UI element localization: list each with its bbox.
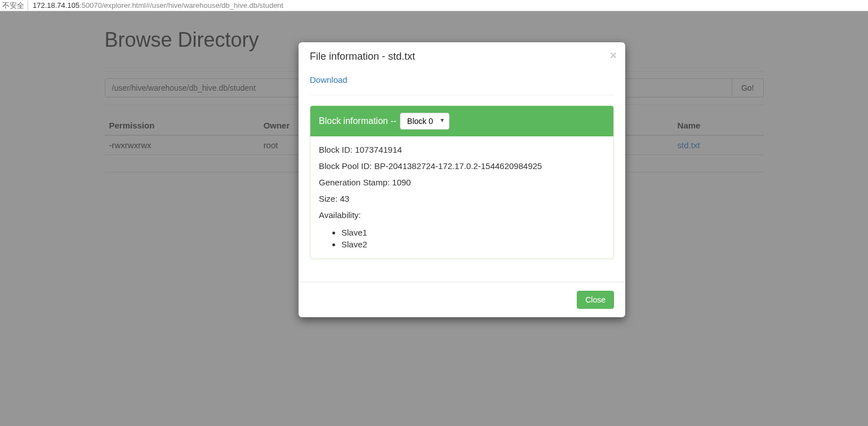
url-path: :50070/explorer.html#/user/hive/warehous… <box>79 1 283 10</box>
modal-header: File information - std.txt × <box>299 42 625 69</box>
gen-stamp-label: Generation Stamp: <box>319 178 390 187</box>
url-host: 172.18.74.105 <box>33 1 79 10</box>
panel-body: Block ID: 1073741914 Block Pool ID: BP-2… <box>310 136 613 259</box>
insecure-label: 不安全 <box>2 1 28 11</box>
page-content: Browse Directory Go! Permission Owner Bl… <box>0 11 868 426</box>
url-display[interactable]: 172.18.74.105:50070/explorer.html#/user/… <box>28 1 283 10</box>
close-icon[interactable]: × <box>610 49 617 61</box>
panel-heading: Block information -- Block 0 <box>310 106 613 136</box>
close-button[interactable]: Close <box>577 291 614 309</box>
block-info-panel: Block information -- Block 0 Block ID: 1… <box>310 105 614 259</box>
block-id-row: Block ID: 1073741914 <box>319 145 605 154</box>
modal-footer: Close <box>299 282 625 317</box>
file-info-modal: File information - std.txt × Download Bl… <box>299 42 625 317</box>
availability-list: Slave1 Slave2 <box>319 227 605 250</box>
size-label: Size: <box>319 194 337 203</box>
availability-label: Availability: <box>319 210 605 220</box>
block-id-value: 1073741914 <box>355 145 402 154</box>
pool-id-value: BP-2041382724-172.17.0.2-1544620984925 <box>374 161 542 171</box>
browser-address-bar: 不安全 172.18.74.105:50070/explorer.html#/u… <box>0 0 868 11</box>
block-select[interactable]: Block 0 <box>400 113 449 130</box>
size-row: Size: 43 <box>319 194 605 203</box>
availability-item: Slave2 <box>341 238 605 250</box>
block-info-label: Block information -- <box>319 116 397 126</box>
pool-id-label: Block Pool ID: <box>319 161 372 171</box>
body-divider <box>310 95 614 95</box>
availability-item: Slave1 <box>341 227 605 238</box>
pool-id-row: Block Pool ID: BP-2041382724-172.17.0.2-… <box>319 161 605 171</box>
gen-stamp-row: Generation Stamp: 1090 <box>319 178 605 187</box>
size-value: 43 <box>340 194 350 203</box>
gen-stamp-value: 1090 <box>392 178 411 187</box>
download-link[interactable]: Download <box>310 75 348 85</box>
modal-body: Download Block information -- Block 0 Bl… <box>299 69 625 282</box>
modal-title: File information - std.txt <box>310 51 614 63</box>
block-id-label: Block ID: <box>319 145 353 154</box>
